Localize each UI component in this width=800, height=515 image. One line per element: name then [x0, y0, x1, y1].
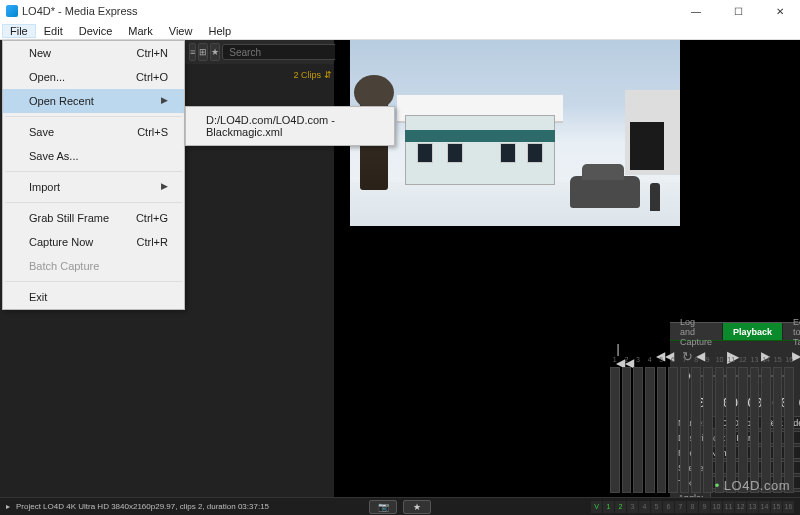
menu-label: New	[29, 47, 51, 59]
audio-meter: 1	[610, 367, 620, 493]
expand-icon[interactable]: ⇵	[324, 70, 332, 80]
star-icon[interactable]: ★	[210, 43, 220, 61]
audio-meter: 5	[657, 367, 667, 493]
menu-help[interactable]: Help	[200, 24, 239, 38]
file-menu-save-as[interactable]: Save As...	[3, 144, 184, 168]
audio-meter: 7	[680, 367, 690, 493]
audio-meter: 8	[691, 367, 701, 493]
capture-still-icon[interactable]: 📷	[369, 500, 397, 514]
menu-separator	[5, 202, 182, 203]
menu-separator	[5, 281, 182, 282]
audio-meter: 16	[784, 367, 794, 493]
menu-shortcut: Ctrl+N	[137, 47, 168, 59]
menu-file[interactable]: File	[2, 24, 36, 38]
file-menu-open-recent[interactable]: Open Recent ▶	[3, 89, 184, 113]
file-menu-save[interactable]: Save Ctrl+S	[3, 120, 184, 144]
menu-shortcut: Ctrl+S	[137, 126, 168, 138]
channel-a9[interactable]: 9	[699, 501, 710, 513]
channel-indicators: V 1 2 3 4 5 6 7 8 9 10 11 12 13 14 15 16	[591, 501, 794, 513]
app-icon	[6, 5, 18, 17]
audio-meter: 15	[773, 367, 783, 493]
audio-meters: 1 2 3 4 5 6 7 8 9 10 11 12 13 14 15 16	[608, 365, 796, 495]
file-menu-batch-capture: Batch Capture	[3, 254, 184, 278]
recent-file-item[interactable]: D:/LO4D.com/LO4D.com - Blackmagic.xml	[186, 110, 394, 142]
status-text: Project LO4D 4K Ultra HD 3840x2160p29.97…	[10, 502, 269, 511]
favorite-icon[interactable]: ★	[403, 500, 431, 514]
file-menu-dropdown: New Ctrl+N Open... Ctrl+O Open Recent ▶ …	[2, 40, 185, 310]
audio-meter: 11	[726, 367, 736, 493]
audio-meter: 12	[738, 367, 748, 493]
file-menu-grab-still[interactable]: Grab Still Frame Ctrl+G	[3, 206, 184, 230]
channel-a12[interactable]: 12	[735, 501, 746, 513]
menu-shortcut: Ctrl+R	[137, 236, 168, 248]
list-view-icon[interactable]: ≡	[189, 43, 196, 61]
titlebar: LO4D* - Media Express — ☐ ✕	[0, 0, 800, 22]
clips-count: 2 Clips ⇵	[293, 70, 332, 80]
file-menu-new[interactable]: New Ctrl+N	[3, 41, 184, 65]
file-menu-import[interactable]: Import ▶	[3, 175, 184, 199]
menu-separator	[5, 116, 182, 117]
window-controls: — ☐ ✕	[682, 6, 794, 17]
channel-a16[interactable]: 16	[783, 501, 794, 513]
channel-a10[interactable]: 10	[711, 501, 722, 513]
tab-log-capture[interactable]: Log and Capture	[670, 323, 723, 340]
channel-a6[interactable]: 6	[663, 501, 674, 513]
channel-a5[interactable]: 5	[651, 501, 662, 513]
grid-view-icon[interactable]: ⊞	[198, 43, 208, 61]
window-title: LO4D* - Media Express	[18, 5, 682, 17]
status-center-buttons: 📷 ★	[369, 500, 431, 514]
menu-separator	[5, 171, 182, 172]
menu-shortcut: Ctrl+O	[136, 71, 168, 83]
menu-label: Import	[29, 181, 60, 193]
menu-label: Exit	[29, 291, 47, 303]
submenu-arrow-icon: ▶	[161, 95, 168, 107]
statusbar: ▸ Project LO4D 4K Ultra HD 3840x2160p29.…	[0, 497, 800, 515]
audio-meter: 6	[668, 367, 678, 493]
tab-edit-to-tape[interactable]: Edit to Tape	[783, 323, 800, 340]
controls-panel: Log and Capture Playback Edit to Tape NO…	[670, 322, 800, 497]
file-menu-open[interactable]: Open... Ctrl+O	[3, 65, 184, 89]
channel-a7[interactable]: 7	[675, 501, 686, 513]
channel-video[interactable]: V	[591, 501, 602, 513]
audio-meter: 10	[715, 367, 725, 493]
channel-a1[interactable]: 1	[603, 501, 614, 513]
channel-a3[interactable]: 3	[627, 501, 638, 513]
close-button[interactable]: ✕	[766, 6, 794, 17]
channel-a8[interactable]: 8	[687, 501, 698, 513]
fast-forward-icon[interactable]: ▶▶	[792, 349, 800, 363]
minimize-button[interactable]: —	[682, 6, 710, 17]
file-menu-exit[interactable]: Exit	[3, 285, 184, 309]
maximize-button[interactable]: ☐	[724, 6, 752, 17]
audio-meter: 3	[633, 367, 643, 493]
menu-label: Open...	[29, 71, 65, 83]
mode-tabs: Log and Capture Playback Edit to Tape NO…	[670, 323, 800, 341]
bin-toolbar: ≡ ⊞ ★	[185, 40, 334, 64]
channel-a15[interactable]: 15	[771, 501, 782, 513]
audio-meter: 9	[703, 367, 713, 493]
preview-house	[405, 75, 565, 185]
tab-playback[interactable]: Playback	[723, 323, 783, 340]
open-recent-submenu: D:/LO4D.com/LO4D.com - Blackmagic.xml	[185, 106, 395, 146]
channel-a4[interactable]: 4	[639, 501, 650, 513]
video-preview[interactable]	[350, 40, 680, 226]
menu-label: Save	[29, 126, 54, 138]
file-menu-capture-now[interactable]: Capture Now Ctrl+R	[3, 230, 184, 254]
preview-car	[570, 176, 640, 208]
channel-a14[interactable]: 14	[759, 501, 770, 513]
menu-label: Batch Capture	[29, 260, 99, 272]
channel-a11[interactable]: 11	[723, 501, 734, 513]
menu-device[interactable]: Device	[71, 24, 121, 38]
channel-a2[interactable]: 2	[615, 501, 626, 513]
menu-edit[interactable]: Edit	[36, 24, 71, 38]
menu-view[interactable]: View	[161, 24, 201, 38]
submenu-arrow-icon: ▶	[161, 181, 168, 193]
channel-a13[interactable]: 13	[747, 501, 758, 513]
menu-shortcut: Ctrl+G	[136, 212, 168, 224]
preview-person	[650, 183, 660, 211]
audio-meter: 13	[750, 367, 760, 493]
preview-garage	[625, 90, 680, 175]
menu-label: Grab Still Frame	[29, 212, 109, 224]
clips-count-label: 2 Clips	[293, 70, 321, 80]
menu-mark[interactable]: Mark	[120, 24, 160, 38]
audio-meter: 2	[622, 367, 632, 493]
